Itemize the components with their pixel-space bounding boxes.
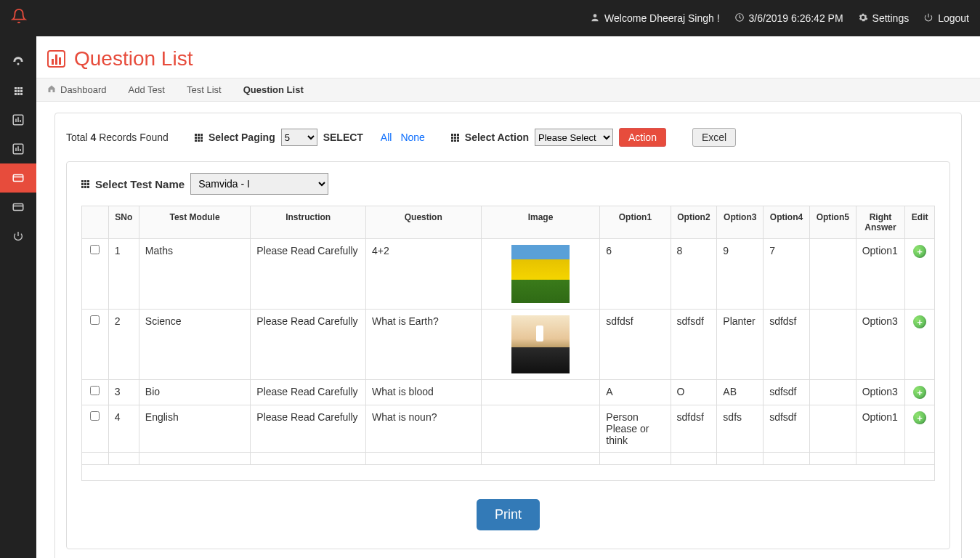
row-checkbox[interactable] [90,245,100,254]
svg-point-0 [594,14,597,17]
power-icon [923,12,934,25]
test-filter: Select Test Name Samvida - I [81,173,935,195]
cell-opt3: 9 [717,239,764,310]
cell-instruction: Please Read Carefully [251,310,366,380]
cell-opt5 [809,405,856,453]
page-title: Question List [74,47,193,70]
cell-opt5 [809,380,856,405]
edit-icon[interactable]: + [913,315,926,328]
datetime-label: 3/6/2019 6:26:42 PM [749,12,843,24]
row-checkbox[interactable] [90,386,100,395]
cell-opt4: sdfsdf [764,405,810,453]
table-footer-merged [82,465,935,481]
edit-icon[interactable]: + [913,411,926,424]
grid-icon [195,134,203,142]
cell-opt2: sdfdsf [671,405,717,453]
grid-icon [15,87,23,95]
clock-icon [734,12,745,25]
table-row: 2SciencePlease Read CarefullyWhat is Ear… [82,310,935,380]
cell-question: 4+2 [365,239,481,310]
select-action-label: Select Action [465,132,529,143]
welcome-label: Welcome Dheeraj Singh ! [604,12,719,24]
cell-module: Maths [139,239,251,310]
table-row: 3BioPlease Read CarefullyWhat is bloodAO… [82,380,935,405]
edit-icon[interactable]: + [913,386,926,399]
breadcrumb: Dashboard Add Test Test List Question Li… [36,78,980,102]
bell-icon[interactable] [11,8,27,28]
cell-module: Bio [139,380,251,405]
select-paging-label: Select Paging [208,132,275,143]
test-name-select[interactable]: Samvida - I [190,173,328,195]
cell-opt1: 6 [600,239,671,310]
toolbar: Total 4 Records Found Select Paging 5 SE… [66,124,950,158]
cell-instruction: Please Read Carefully [251,405,366,453]
sidebar-item-card[interactable] [0,193,36,222]
th-edit: Edit [905,206,935,239]
crumb-add-test[interactable]: Add Test [129,84,165,95]
cell-opt1: sdfdsf [600,310,671,380]
cell-instruction: Please Read Carefully [251,239,366,310]
cell-opt1: A [600,380,671,405]
sidebar-item-grid[interactable] [0,76,36,105]
print-button[interactable]: Print [477,499,540,530]
cell-edit: + [905,310,935,380]
table-row: 1MathsPlease Read Carefully4+26897Option… [82,239,935,310]
cell-image [481,239,600,310]
question-table: SNo Test Module Instruction Question Ima… [81,206,935,481]
cell-opt2: O [671,380,717,405]
logout-link[interactable]: Logout [923,12,969,25]
cell-opt3: Planter [717,310,764,380]
page-header: Question List [36,36,980,78]
action-button[interactable]: Action [619,128,666,147]
image-thumbnail [511,315,570,373]
cell-edit: + [905,239,935,310]
settings-link[interactable]: Settings [858,12,910,25]
svg-rect-4 [13,175,23,182]
sidebar-item-power[interactable] [0,222,36,251]
cell-opt3: AB [717,380,764,405]
table-footer-row [82,453,935,465]
select-all-link[interactable]: All [381,132,392,143]
cell-image [481,405,600,453]
th-right: Right Answer [856,206,905,239]
cell-question: What is blood [365,380,481,405]
crumb-dashboard-label: Dashboard [60,84,107,95]
row-checkbox[interactable] [90,315,100,325]
sidebar-item-chart2[interactable] [0,134,36,163]
cell-sno: 2 [108,310,139,380]
cell-sno: 4 [108,405,139,453]
paging-select[interactable]: 5 [281,129,317,146]
welcome-text: Welcome Dheeraj Singh ! [590,12,719,25]
crumb-dashboard[interactable]: Dashboard [47,84,107,95]
sidebar-item-dashboard[interactable] [0,47,36,76]
cell-instruction: Please Read Carefully [251,380,366,405]
cell-opt4: 7 [764,239,810,310]
cell-right: Option1 [856,405,905,453]
cell-edit: + [905,405,935,453]
sidebar-item-card-active[interactable] [0,163,36,193]
cell-opt2: 8 [671,239,717,310]
grid-icon [451,134,459,142]
cell-opt4: sdfdsf [764,310,810,380]
action-select[interactable]: Please Select [535,129,613,146]
crumb-test-list[interactable]: Test List [187,84,222,95]
row-checkbox[interactable] [90,411,100,421]
grid-icon [81,180,89,188]
home-icon [47,84,56,95]
cell-question: What is Earth? [365,310,481,380]
select-none-link[interactable]: None [400,132,424,143]
edit-icon[interactable]: + [913,245,926,258]
excel-button[interactable]: Excel [692,128,736,147]
user-icon [590,12,600,25]
cell-module: English [139,405,251,453]
th-sno: SNo [108,206,139,239]
th-opt3: Option3 [717,206,764,239]
th-opt5: Option5 [809,206,856,239]
sidebar [0,36,36,558]
cell-opt1: Person Please or think [600,405,671,453]
cell-opt3: sdfs [717,405,764,453]
cell-opt2: sdfsdf [671,310,717,380]
sidebar-item-chart1[interactable] [0,105,36,134]
datetime: 3/6/2019 6:26:42 PM [734,12,843,25]
th-instruction: Instruction [251,206,366,239]
